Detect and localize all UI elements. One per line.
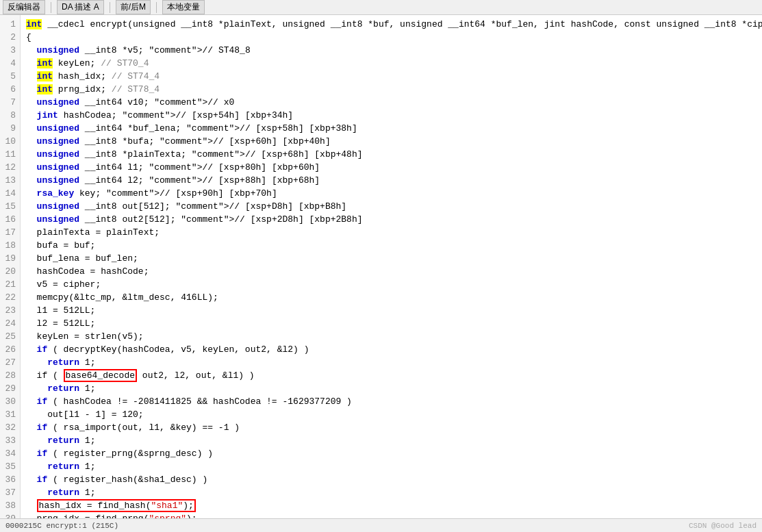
code-line: {: [26, 31, 757, 44]
line-number: 17: [3, 226, 16, 239]
code-line: if ( rsa_import(out, l1, &key) == -1 ): [26, 421, 757, 434]
line-number: 11: [3, 148, 16, 161]
line-number: 22: [3, 291, 16, 304]
line-number: 25: [3, 330, 16, 343]
code-content[interactable]: int __cdecl encrypt(unsigned __int8 *pla…: [21, 15, 762, 518]
line-number: 4: [3, 57, 16, 70]
line-number: 9: [3, 122, 16, 135]
code-line: int prng_idx; // ST78_4: [26, 83, 757, 96]
toolbar-sep-1: [51, 2, 51, 13]
line-number: 28: [3, 369, 16, 382]
code-line: unsigned __int64 l2; "comment">// [xsp+8…: [26, 174, 757, 187]
code-line: unsigned __int8 out2[512]; "comment">// …: [26, 213, 757, 226]
code-line: unsigned __int64 l1; "comment">// [xsp+8…: [26, 161, 757, 174]
line-number: 32: [3, 421, 16, 434]
line-number: 27: [3, 356, 16, 369]
code-line: return 1;: [26, 434, 757, 447]
code-line: prng_idx = find_prng("sprng");: [26, 512, 757, 518]
code-line: unsigned __int8 *v5; "comment">// ST48_8: [26, 44, 757, 57]
line-number: 14: [3, 187, 16, 200]
code-line: int keyLen; // ST70_4: [26, 57, 757, 70]
line-number: 21: [3, 278, 16, 291]
code-line: buf_lena = buf_len;: [26, 252, 757, 265]
line-number: 13: [3, 174, 16, 187]
line-number: 23: [3, 304, 16, 317]
toolbar-btn-prev-next[interactable]: 前/后M: [116, 0, 151, 14]
line-number: 20: [3, 265, 16, 278]
code-line: unsigned __int64 *buf_lena; "comment">//…: [26, 122, 757, 135]
toolbar: 反编辑器 DA 描述 A 前/后M 本地变量: [0, 0, 762, 15]
code-line: hashCodea = hashCode;: [26, 265, 757, 278]
statusbar-left: 0000215C encrypt:1 (215C): [5, 522, 118, 530]
line-number: 34: [3, 447, 16, 460]
line-number: 36: [3, 473, 16, 486]
line-number: 31: [3, 408, 16, 421]
code-line: unsigned __int8 *plainTexta; "comment">/…: [26, 148, 757, 161]
line-number: 8: [3, 109, 16, 122]
code-line: if ( hashCodea != -2081411825 && hashCod…: [26, 395, 757, 408]
code-line: hash_idx = find_hash("sha1");: [26, 499, 757, 512]
code-line: if ( base64_decode out2, l2, out, &l1) ): [26, 369, 757, 382]
line-number: 16: [3, 213, 16, 226]
line-number: 24: [3, 317, 16, 330]
line-number: 10: [3, 135, 16, 148]
toolbar-btn-da[interactable]: DA 描述 A: [57, 0, 104, 14]
line-number: 18: [3, 239, 16, 252]
line-number: 30: [3, 395, 16, 408]
line-number: 2: [3, 31, 16, 44]
code-line: plainTexta = plainText;: [26, 226, 757, 239]
code-line: l2 = 512LL;: [26, 317, 757, 330]
code-line: unsigned __int8 *bufa; "comment">// [xsp…: [26, 135, 757, 148]
line-number: 37: [3, 486, 16, 499]
code-line: unsigned __int64 v10; "comment">// x0: [26, 96, 757, 109]
toolbar-btn-local-var[interactable]: 本地变量: [162, 0, 205, 14]
code-line: return 1;: [26, 486, 757, 499]
line-number: 39: [3, 512, 16, 518]
line-number: 15: [3, 200, 16, 213]
line-number: 19: [3, 252, 16, 265]
line-number: 1: [3, 18, 16, 31]
code-line: keyLen = strlen(v5);: [26, 330, 757, 343]
line-number: 12: [3, 161, 16, 174]
line-number: 35: [3, 460, 16, 473]
line-number: 7: [3, 96, 16, 109]
statusbar: 0000215C encrypt:1 (215C) CSDN @Good lea…: [0, 518, 762, 532]
toolbar-sep-3: [156, 2, 157, 13]
code-line: jint hashCodea; "comment">// [xsp+54h] […: [26, 109, 757, 122]
line-number: 5: [3, 70, 16, 83]
line-number: 26: [3, 343, 16, 356]
toolbar-btn-reverse[interactable]: 反编辑器: [3, 0, 45, 14]
code-line: bufa = buf;: [26, 239, 757, 252]
code-line: int __cdecl encrypt(unsigned __int8 *pla…: [26, 18, 757, 31]
code-line: v5 = cipher;: [26, 278, 757, 291]
code-line: out[l1 - 1] = 120;: [26, 408, 757, 421]
line-numbers: 1234567891011121314151617181920212223242…: [0, 15, 21, 518]
code-line: if ( decryptKey(hashCodea, v5, keyLen, o…: [26, 343, 757, 356]
line-number: 29: [3, 382, 16, 395]
code-line: int hash_idx; // ST74_4: [26, 70, 757, 83]
code-line: if ( register_prng(&sprng_desc) ): [26, 447, 757, 460]
line-number: 3: [3, 44, 16, 57]
code-line: unsigned __int8 out[512]; "comment">// […: [26, 200, 757, 213]
code-area: 1234567891011121314151617181920212223242…: [0, 15, 762, 518]
code-line: l1 = 512LL;: [26, 304, 757, 317]
code-line: memcpy(&ltc_mp, &ltm_desc, 416LL);: [26, 291, 757, 304]
watermark: CSDN @Good lead: [689, 522, 757, 530]
code-line: return 1;: [26, 356, 757, 369]
line-number: 33: [3, 434, 16, 447]
toolbar-sep-2: [110, 2, 110, 13]
code-line: return 1;: [26, 460, 757, 473]
code-line: if ( register_hash(&sha1_desc) ): [26, 473, 757, 486]
code-line: return 1;: [26, 382, 757, 395]
line-number: 38: [3, 499, 16, 512]
line-number: 6: [3, 83, 16, 96]
code-line: rsa_key key; "comment">// [xsp+90h] [xbp…: [26, 187, 757, 200]
